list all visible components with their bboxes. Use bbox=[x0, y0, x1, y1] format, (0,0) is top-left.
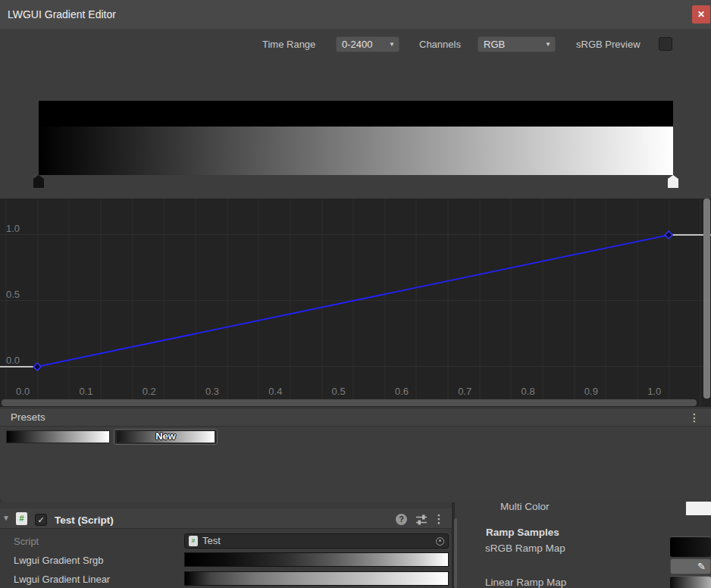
presets-icon[interactable] bbox=[415, 514, 428, 525]
gradient-linear-field[interactable] bbox=[184, 571, 449, 586]
component-enabled-checkbox[interactable]: ✓ bbox=[35, 514, 47, 526]
gradient-preview-main[interactable] bbox=[39, 127, 673, 175]
kebab-menu-icon[interactable]: ⋮ bbox=[432, 512, 446, 526]
chevron-down-icon: ▼ bbox=[389, 37, 395, 52]
time-range-dropdown[interactable]: 0-2400 ▼ bbox=[336, 36, 399, 52]
script-row-label: Script bbox=[14, 536, 39, 547]
preset-new-label: New bbox=[114, 430, 217, 442]
preset-item-new[interactable]: New bbox=[114, 429, 218, 445]
gradient-srgb-field[interactable] bbox=[184, 552, 449, 567]
srgb-preview-checkbox[interactable] bbox=[659, 37, 672, 51]
x-tick-label: 1.0 bbox=[647, 386, 661, 397]
csharp-script-icon: # bbox=[189, 536, 198, 546]
multi-color-swatch[interactable] bbox=[686, 502, 711, 515]
curve-key-marker[interactable] bbox=[33, 363, 41, 371]
close-icon: ✕ bbox=[697, 9, 705, 20]
vertical-scrollbar[interactable] bbox=[703, 199, 710, 399]
x-tick-label: 0.6 bbox=[395, 386, 409, 397]
component-title: Test (Script) bbox=[55, 514, 114, 526]
preset-item-default[interactable] bbox=[6, 430, 110, 443]
channels-label: Channels bbox=[419, 39, 461, 51]
horizontal-scrollbar[interactable] bbox=[2, 399, 697, 406]
x-tick-label: 0.1 bbox=[79, 386, 92, 397]
channels-dropdown[interactable]: RGB ▼ bbox=[478, 36, 556, 52]
time-range-value: 0-2400 bbox=[342, 39, 372, 50]
object-picker-icon[interactable] bbox=[436, 537, 444, 546]
kebab-menu-icon[interactable]: ⋮ bbox=[687, 408, 702, 427]
srgb-ramp-map-preview[interactable] bbox=[670, 536, 711, 557]
multi-color-label: Multi Color bbox=[500, 501, 550, 512]
x-tick-label: 0.5 bbox=[332, 386, 346, 397]
linear-ramp-map-preview[interactable] bbox=[670, 576, 711, 588]
gradient-stop-right[interactable] bbox=[668, 175, 678, 188]
channels-value: RGB bbox=[484, 39, 505, 50]
ramp-samples-header: Ramp Samples bbox=[486, 527, 559, 538]
script-object-field[interactable]: # Test bbox=[184, 533, 449, 549]
curve-plot[interactable] bbox=[0, 199, 711, 407]
x-tick-label: 0.3 bbox=[205, 386, 219, 397]
foldout-icon[interactable]: ▼ bbox=[2, 514, 10, 522]
y-tick-label: 0.5 bbox=[6, 289, 20, 300]
gradient-linear-label: Lwgui Gradient Linear bbox=[14, 574, 110, 585]
gradient-preview-top-strip[interactable] bbox=[39, 101, 673, 127]
curve-editor[interactable]: 0.00.10.20.30.40.50.60.70.80.91.01.00.50… bbox=[0, 199, 711, 407]
x-tick-label: 0.0 bbox=[16, 386, 30, 397]
component-header[interactable]: ▼ # ✓ Test (Script) ? ⋮ bbox=[0, 508, 452, 529]
gradient-editor-window: LWGUI Gradient Editor ✕ Time Range 0-240… bbox=[0, 0, 711, 502]
window-title: LWGUI Gradient Editor bbox=[8, 0, 116, 29]
presets-header: Presets ⋮ bbox=[0, 408, 711, 427]
help-icon[interactable]: ? bbox=[396, 514, 407, 525]
curve-key-marker[interactable] bbox=[665, 231, 672, 239]
y-tick-label: 0.0 bbox=[6, 355, 20, 366]
close-button[interactable]: ✕ bbox=[692, 5, 710, 23]
srgb-ramp-map-label: sRGB Ramp Map bbox=[485, 543, 565, 554]
csharp-script-icon: # bbox=[16, 512, 27, 525]
x-tick-label: 0.2 bbox=[143, 386, 156, 397]
x-tick-label: 0.7 bbox=[458, 386, 471, 397]
material-panel-scrollbar[interactable] bbox=[454, 518, 457, 588]
srgb-preview-label: sRGB Preview bbox=[576, 39, 641, 51]
time-range-label: Time Range bbox=[262, 39, 315, 51]
chevron-down-icon: ▼ bbox=[545, 37, 551, 52]
x-tick-label: 0.8 bbox=[522, 386, 535, 397]
edit-ramp-button[interactable]: ✎ bbox=[670, 558, 711, 574]
presets-title: Presets bbox=[11, 408, 45, 426]
titlebar[interactable]: LWGUI Gradient Editor ✕ bbox=[0, 0, 711, 29]
gradient-stop-left[interactable] bbox=[33, 175, 44, 188]
x-tick-label: 0.9 bbox=[584, 386, 598, 397]
gradient-srgb-label: Lwgui Gradient Srgb bbox=[14, 555, 104, 566]
pencil-icon: ✎ bbox=[697, 561, 706, 572]
linear-ramp-map-label: Linear Ramp Map bbox=[485, 577, 566, 588]
x-tick-label: 0.4 bbox=[268, 386, 282, 397]
script-object-value: Test bbox=[202, 534, 221, 548]
y-tick-label: 1.0 bbox=[6, 224, 20, 234]
